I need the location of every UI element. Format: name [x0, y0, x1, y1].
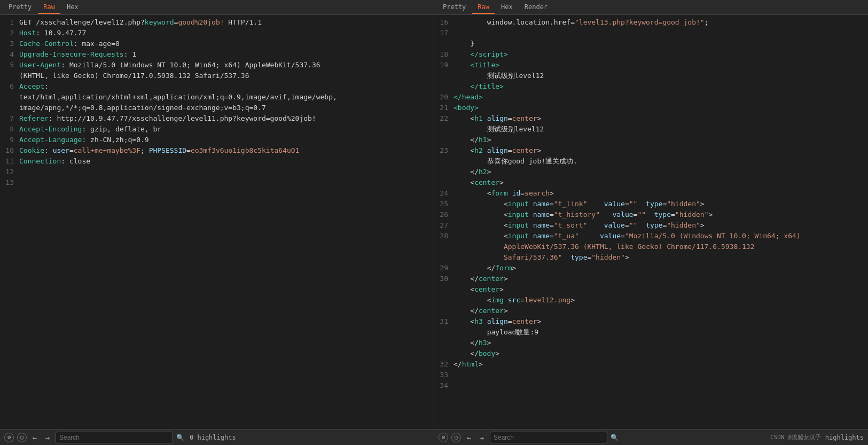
left-status-circle[interactable]: ○ [17, 433, 27, 442]
right-pane: Pretty Raw Hex Render 16 window.location… [434, 0, 868, 445]
table-row: 29 </form> [434, 263, 868, 274]
table-row: 11 Connection: close [0, 156, 434, 167]
table-row: 3 Cache-Control: max-age=0 [0, 38, 434, 49]
table-row: 22 <h1 align=center> [434, 113, 868, 124]
table-row: 28 <input name="t_ua" value="Mozilla/5.0… [434, 231, 868, 241]
table-row: 测试级别level12 [434, 124, 868, 135]
table-row: </h1> [434, 135, 868, 145]
table-row: 9 Accept-Language: zh-CN,zh;q=0.9 [0, 135, 434, 145]
table-row: 23 <h2 align=center> [434, 145, 868, 156]
right-tab-hex[interactable]: Hex [496, 1, 518, 14]
table-row: AppleWebKit/537.36 (KHTML, like Gecko) C… [434, 241, 868, 252]
right-status-circle[interactable]: ○ [451, 433, 461, 442]
left-tab-pretty[interactable]: Pretty [3, 1, 37, 14]
left-status-controls: ⚙ ○ ← → 🔍 0 highlights [4, 432, 429, 443]
table-row: 20 </head> [434, 92, 868, 103]
left-status-bar: ⚙ ○ ← → 🔍 0 highlights [0, 429, 434, 445]
table-row: 31 <h3 align=center> [434, 316, 868, 327]
table-row: <img src=level12.png> [434, 295, 868, 306]
table-row: 2 Host: 10.9.47.77 [0, 28, 434, 38]
left-search-icon[interactable]: 🔍 [176, 434, 184, 441]
table-row: 7 Referer: http://10.9.47.77/xsschalleng… [0, 113, 434, 124]
right-tab-render[interactable]: Render [519, 1, 553, 14]
back-arrow[interactable]: ← [30, 433, 40, 442]
right-status-bar: ⚙ ○ ← → 🔍 CSDN @拔腿女汉子 highlights [434, 429, 868, 445]
table-row: 19 <title> [434, 60, 868, 71]
table-row: 18 </script> [434, 49, 868, 60]
left-code-area: 1 GET /xsschallenge/level12.php?keyword=… [0, 15, 434, 429]
table-row: 24 <form id=search> [434, 188, 868, 199]
table-row: 27 <input name="t_sort" value="" type="h… [434, 220, 868, 231]
table-row: Safari/537.36" type="hidden"> [434, 252, 868, 263]
right-settings-icon[interactable]: ⚙ [439, 433, 448, 442]
table-row: 5 User-Agent: Mozilla/5.0 (Windows NT 10… [0, 60, 434, 81]
table-row: <center> [434, 177, 868, 188]
table-row: 12 [0, 167, 434, 177]
table-row: 6 Accept: text/html,application/xhtml+xm… [0, 81, 434, 113]
table-row: 34 [434, 380, 868, 391]
right-highlights-label: highlights [825, 434, 864, 441]
forward-arrow[interactable]: → [43, 433, 52, 442]
watermark-text: CSDN @拔腿女汉子 [770, 433, 821, 441]
table-row: 30 </center> [434, 274, 868, 284]
table-row: 26 <input name="t_history" value="" type… [434, 209, 868, 220]
right-back-arrow[interactable]: ← [464, 433, 474, 442]
left-tab-bar: Pretty Raw Hex [0, 0, 434, 15]
table-row: 10 Cookie: user=call+me+maybe%3F; PHPSES… [0, 145, 434, 156]
table-row: } [434, 38, 868, 49]
right-status-controls: ⚙ ○ ← → 🔍 [439, 432, 766, 443]
right-tab-bar: Pretty Raw Hex Render [434, 0, 868, 15]
right-tab-raw[interactable]: Raw [472, 1, 495, 14]
left-search-input[interactable] [56, 432, 173, 443]
table-row: </h2> [434, 167, 868, 177]
table-row: </center> [434, 306, 868, 316]
table-row: </body> [434, 348, 868, 359]
right-tab-pretty[interactable]: Pretty [437, 1, 471, 14]
settings-icon[interactable]: ⚙ [4, 433, 14, 442]
table-row: 恭喜你good job!通关成功. [434, 156, 868, 167]
table-row: 8 Accept-Encoding: gzip, deflate, br [0, 124, 434, 135]
table-row: 4 Upgrade-Insecure-Requests: 1 [0, 49, 434, 60]
table-row: 测试级别level12 [434, 71, 868, 81]
right-forward-arrow[interactable]: → [477, 433, 487, 442]
left-tab-raw[interactable]: Raw [38, 1, 60, 14]
table-row: 32 </html> [434, 359, 868, 370]
table-row: 13 [0, 177, 434, 188]
table-row: 17 [434, 28, 868, 38]
left-tab-hex[interactable]: Hex [61, 1, 84, 14]
table-row: 33 [434, 370, 868, 380]
table-row: 1 GET /xsschallenge/level12.php?keyword=… [0, 17, 434, 28]
table-row: <center> [434, 284, 868, 295]
table-row: 25 <input name="t_link" value="" type="h… [434, 199, 868, 209]
table-row: 16 window.location.href="level13.php?key… [434, 17, 868, 28]
left-pane: Pretty Raw Hex 1 GET /xsschallenge/level… [0, 0, 434, 445]
table-row: </title> [434, 81, 868, 92]
table-row: </h3> [434, 338, 868, 348]
table-row: 21 <body> [434, 103, 868, 113]
table-row: payload数量:9 [434, 327, 868, 338]
main-container: Pretty Raw Hex 1 GET /xsschallenge/level… [0, 0, 868, 445]
left-highlights-count: 0 highlights [190, 434, 236, 441]
right-search-input[interactable] [490, 432, 607, 443]
right-code-area: 16 window.location.href="level13.php?key… [434, 15, 868, 429]
right-search-icon[interactable]: 🔍 [611, 434, 619, 441]
